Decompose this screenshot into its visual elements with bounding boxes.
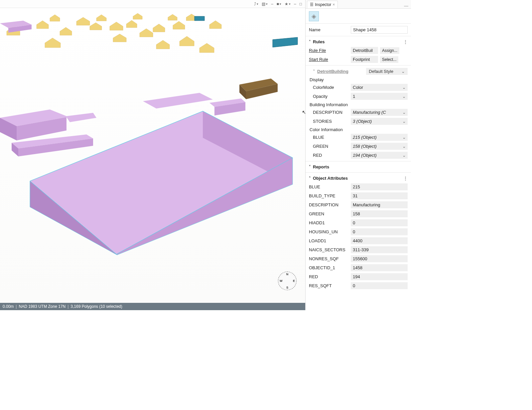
attr-value[interactable]: 311-339 [351,246,408,253]
detroit-building-header[interactable]: ˄ DetroitBuilding Default Style [306,67,411,76]
inspector-tab-label: Inspector [315,2,331,7]
blue-label: BLUE [309,135,349,140]
share-dropdown[interactable]: ⤴ [253,2,260,6]
camera-dropdown[interactable]: ■ [275,2,283,6]
background-houses [0,8,305,75]
svg-marker-10 [133,13,142,19]
status-bar: 0.00m | NAD 1983 UTM Zone 17N | 3,169 Po… [0,303,305,310]
selected-purple-building[interactable] [23,81,303,258]
building-info-group: Building Information [306,101,411,108]
select-button[interactable]: Select... [380,56,398,63]
inspector-tab[interactable]: ☰ Inspector × [307,1,338,8]
start-rule-label[interactable]: Start Rule [309,57,349,62]
attr-key: GREEN [309,211,349,216]
attr-value[interactable]: 0 [351,219,408,226]
svg-marker-4 [76,17,90,25]
svg-marker-15 [173,21,185,29]
colormode-label: ColorMode [309,85,349,90]
close-icon[interactable]: × [332,2,335,7]
inspector-panel: ☰ Inspector × — ◈ Name Shape 1458 ˄ Rule… [305,0,411,310]
more-icon[interactable]: ⋮ [403,39,408,44]
attr-key: OBJECTID_1 [309,265,349,270]
attr-value[interactable]: 4400 [351,237,408,244]
attr-value[interactable]: 31 [351,192,408,199]
svg-marker-12 [153,24,165,32]
rules-section-header[interactable]: ˄ Rules ⋮ [306,38,411,46]
attr-value[interactable]: 1458 [351,264,408,271]
red-dropdown[interactable]: 194 (Object) [351,152,408,159]
attr-key: RES_SQFT [309,283,349,288]
svg-marker-3 [60,27,72,35]
svg-marker-11 [140,29,153,37]
viewport-area: ⤴ ▧ – ■ ★ – □ [0,0,305,310]
reports-section-header[interactable]: ˅ Reports [306,163,411,171]
name-label: Name [309,27,349,32]
maximize-icon[interactable]: □ [298,2,303,6]
bookmark-dropdown[interactable]: ★ [283,2,292,6]
svg-marker-8 [113,34,126,42]
stories-label: STORIES [309,119,349,124]
small-purple-building [0,17,40,34]
name-input[interactable]: Shape 1458 [351,26,408,34]
attr-key: LOADD1 [309,238,349,243]
svg-marker-9 [126,20,137,28]
viewport-toolbar: ⤴ ▧ – ■ ★ – □ [0,0,305,8]
status-polygons: 3,169 Polygons (10 selected) [70,304,122,309]
minimize-icon[interactable]: – [293,2,298,6]
start-rule-value[interactable]: Footprint [351,56,378,63]
chevron-down-icon: ˅ [309,165,311,169]
svg-marker-14 [168,14,177,20]
color-info-group: Color Information [306,126,411,133]
attr-value[interactable]: 215 [351,183,408,190]
svg-marker-22 [273,37,298,47]
svg-marker-18 [200,43,214,53]
attr-value[interactable]: 0 [351,228,408,235]
stories-dropdown[interactable]: 3 (Object) [351,118,408,125]
more-icon[interactable]: ⋮ [403,176,408,181]
opacity-dropdown[interactable]: 1 [351,93,408,100]
attr-key: DESCRIPTION [309,202,349,207]
chevron-up-icon: ˄ [313,69,315,74]
attr-key: BLUE [309,184,349,189]
style-dropdown[interactable]: Default Style [366,68,408,75]
status-range: 0.00m [3,304,14,309]
attr-value[interactable]: 158 [351,210,408,217]
opacity-label: Opacity [309,94,349,99]
sliders-icon: ☰ [310,2,314,7]
description-label: DESCRIPTION [309,110,349,115]
assign-button[interactable]: Assign... [380,47,399,54]
description-dropdown[interactable]: Manufacturing (C [351,109,408,116]
svg-marker-34 [143,93,213,108]
rule-file-label[interactable]: Rule File [309,48,349,53]
attr-value[interactable]: 0 [351,282,408,289]
object-attrs-section-header[interactable]: ˄ Object Attributes ⋮ [306,174,411,182]
shape-type-icon[interactable]: ◈ [309,11,319,21]
svg-marker-6 [96,15,106,21]
attr-value[interactable]: Manufacturing [351,201,408,208]
attr-key: RED [309,274,349,279]
green-dropdown[interactable]: 158 (Object) [351,143,408,150]
attr-key: NAICS_SECTORS [309,247,349,252]
rule-file-value[interactable]: DetroitBuil [351,47,378,54]
inspector-tabbar: ☰ Inspector × — [306,0,411,9]
dash-toggle[interactable]: – [270,2,275,6]
chevron-up-icon: ˄ [309,40,311,44]
display-group: Display [306,76,411,83]
green-label: GREEN [309,144,349,149]
panel-minimize-icon[interactable]: — [404,3,408,8]
chevron-up-icon: ˄ [309,176,311,180]
3d-viewport[interactable]: NSEW ↖ [0,8,305,303]
colormode-dropdown[interactable]: Color [351,84,408,91]
svg-marker-16 [180,36,194,46]
compass-icon[interactable]: NSEW [278,272,297,290]
box-dropdown[interactable]: ▧ [260,2,269,6]
attr-key: HOUSING_UN [309,229,349,234]
attr-value[interactable]: 155600 [351,255,408,262]
svg-marker-21 [195,16,204,21]
svg-marker-5 [90,23,102,30]
svg-marker-19 [209,21,221,29]
svg-marker-7 [110,22,123,30]
attr-key: NONRES_SQF [309,256,349,261]
blue-dropdown[interactable]: 215 (Object) [351,134,408,141]
attr-value[interactable]: 194 [351,273,408,280]
